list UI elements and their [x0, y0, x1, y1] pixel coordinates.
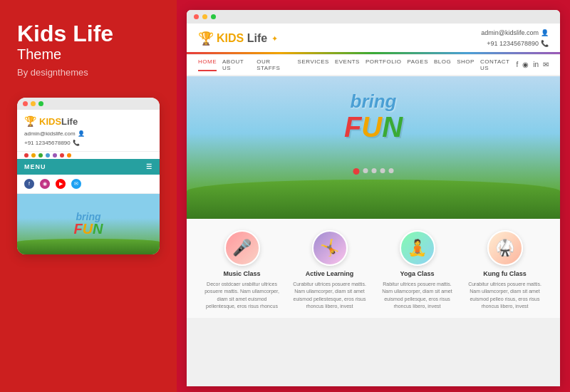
- candy-dot-3: [38, 153, 43, 158]
- dot-green: [38, 101, 43, 106]
- nav-blog[interactable]: BLOG: [434, 58, 451, 71]
- desktop-trophy-icon: 🏆: [198, 31, 214, 46]
- mobile-preview: 🏆 KIDSLife admin@kidslife.com 👤 +91 1234…: [17, 98, 160, 254]
- slider-dot-2: [363, 168, 368, 173]
- desktop-logo: 🏆 KIDS Life ✦: [198, 31, 278, 46]
- yoga-class-avatar: 🧘: [400, 230, 435, 266]
- grass-strip: [187, 180, 560, 219]
- mobile-site-header: 🏆 KIDSLife admin@kidslife.com 👤 +91 1234…: [17, 110, 160, 152]
- class-card-kungfu: 🥋 Kung fu Class Curabitur ultrices posue…: [461, 230, 549, 311]
- right-panel: 🏆 KIDS Life ✦ admin@kidslife.com 👤 +91 1…: [177, 0, 570, 392]
- nav-facebook-icon: f: [516, 61, 518, 68]
- youtube-icon: ▶: [56, 179, 66, 189]
- nav-portfolio[interactable]: PORTFOLIO: [366, 58, 402, 71]
- mobile-dots-indicator: [17, 152, 160, 159]
- nav-home[interactable]: HOME: [198, 58, 217, 71]
- nav-social: f ◉ in ✉: [516, 61, 549, 68]
- candy-dot-2: [31, 153, 36, 158]
- candy-dot-4: [46, 153, 50, 158]
- desktop-browser: 🏆 KIDS Life ✦ admin@kidslife.com 👤 +91 1…: [187, 10, 560, 386]
- candy-dot-6: [60, 153, 64, 158]
- nav-shop[interactable]: SHOP: [457, 58, 475, 71]
- hamburger-icon: ☰: [146, 163, 152, 170]
- nav-bar: HOME ABOUT US OUR STAFFS SERVICES EVENTS…: [187, 55, 560, 76]
- mobile-contact-info: admin@kidslife.com 👤 +91 12345678890 📞: [24, 130, 152, 148]
- candy-dot-5: [53, 153, 57, 158]
- candy-dot-1: [24, 153, 28, 158]
- nav-links: HOME ABOUT US OUR STAFFS SERVICES EVENTS…: [198, 58, 516, 71]
- music-class-avatar: 🎤: [224, 230, 260, 266]
- mobile-grass: [17, 239, 160, 254]
- browser-dot-red: [194, 14, 199, 19]
- class-card-music: 🎤 Music Class Decor ostdcaer urabiltur u…: [198, 230, 286, 311]
- kungfu-class-desc: Curabitur ultrices posuere mattis. Nam u…: [467, 281, 543, 311]
- class-card-yoga: 🧘 Yoga Class Rabitur ultrices posuere ma…: [373, 230, 461, 311]
- kungfu-class-avatar: 🥋: [487, 230, 523, 266]
- nav-services[interactable]: SERVICES: [298, 58, 329, 71]
- nav-about[interactable]: ABOUT US: [222, 58, 251, 71]
- twitter-icon: ✉: [71, 179, 81, 189]
- yoga-class-desc: Rabitur ultrices posuere mattis. Nam ull…: [379, 281, 455, 311]
- active-class-avatar: 🤸: [312, 230, 348, 266]
- nav-pages[interactable]: PAGES: [408, 58, 428, 71]
- kungfu-class-name: Kung fu Class: [467, 270, 543, 277]
- browser-chrome: [187, 10, 560, 24]
- app-subtitle: Theme: [17, 46, 160, 63]
- active-class-desc: Curabitur ultrices posuere mattis. Nam u…: [291, 281, 368, 311]
- site-wrapper: 🏆 KIDS Life ✦ admin@kidslife.com 👤 +91 1…: [187, 24, 560, 318]
- yoga-class-name: Yoga Class: [379, 270, 455, 277]
- app-title: Kids Life: [17, 21, 160, 46]
- slider-dot-4: [380, 168, 385, 173]
- slider-dot-3: [372, 168, 377, 173]
- header-contact: admin@kidslife.com 👤 +91 12345678890 📞: [481, 28, 549, 50]
- trophy-icon: 🏆: [24, 115, 36, 127]
- mobile-menu-label: MENU: [24, 163, 46, 170]
- desktop-logo-text: KIDS Life: [217, 32, 267, 45]
- active-class-name: Active Learning: [291, 270, 368, 277]
- dot-red: [23, 101, 28, 106]
- browser-dot-green: [211, 14, 216, 19]
- class-card-active: 🤸 Active Learning Curabitur ultrices pos…: [286, 230, 373, 311]
- dot-yellow: [31, 101, 36, 106]
- nav-events[interactable]: EVENTS: [335, 58, 360, 71]
- slider-dots: [353, 168, 394, 175]
- mobile-logo: KIDSLife: [39, 116, 78, 127]
- nav-email-icon: ✉: [543, 61, 549, 68]
- mobile-chrome-dots: [17, 98, 160, 110]
- music-class-desc: Decor ostdcaer urabiltur ultrices posuer…: [204, 281, 280, 311]
- mobile-hero-text: bring FUN: [73, 212, 103, 236]
- slider-dot-active: [353, 168, 360, 175]
- browser-dot-yellow: [202, 14, 207, 19]
- app-author: By designthemes: [17, 67, 160, 78]
- left-panel: Kids Life Theme By designthemes 🏆 KIDSLi…: [0, 0, 177, 392]
- candy-dot-7: [67, 153, 71, 158]
- site-header: 🏆 KIDS Life ✦ admin@kidslife.com 👤 +91 1…: [187, 24, 560, 55]
- fun-text: FUN: [344, 111, 403, 143]
- star-icon: ✦: [271, 34, 278, 43]
- mobile-fun-word: FUN: [73, 221, 103, 237]
- mobile-social-icons: f ◉ ▶ ✉: [17, 175, 160, 194]
- bring-text: bring: [344, 91, 403, 113]
- hero-section: bring FUN: [187, 76, 560, 219]
- mobile-menu-bar[interactable]: MENU ☰: [17, 159, 160, 175]
- classes-section: 🎤 Music Class Decor ostdcaer urabiltur u…: [187, 219, 560, 318]
- facebook-icon: f: [24, 179, 34, 189]
- nav-linkedin-icon: in: [533, 61, 539, 68]
- mobile-bring-text: bring: [73, 212, 103, 222]
- instagram-icon: ◉: [40, 179, 50, 189]
- music-class-name: Music Class: [204, 270, 280, 277]
- nav-contact[interactable]: CONTACT US: [480, 58, 517, 71]
- mobile-hero: bring FUN: [17, 194, 160, 254]
- nav-staffs[interactable]: OUR STAFFS: [256, 58, 291, 71]
- nav-instagram-icon: ◉: [522, 61, 529, 68]
- slider-dot-5: [389, 168, 394, 173]
- hero-text: bring FUN: [344, 91, 403, 141]
